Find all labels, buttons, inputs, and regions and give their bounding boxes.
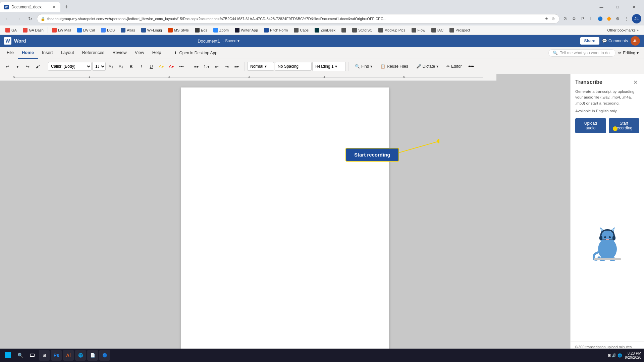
other-bookmarks[interactable]: Other bookmarks » — [604, 27, 641, 33]
bookmark-atlas[interactable]: Atlas — [118, 27, 138, 33]
taskbar-app-6[interactable]: 🔵 — [99, 350, 110, 361]
more-font-button[interactable]: ••• — [177, 62, 186, 71]
increase-indent-button[interactable]: ⇥ — [222, 62, 231, 71]
bookmark-pitch-form[interactable]: Pitch Form — [261, 27, 290, 33]
style-no-spacing-dropdown[interactable]: No Spacing — [275, 62, 312, 71]
user-profile[interactable]: JL — [631, 36, 640, 46]
share-button[interactable]: Share — [580, 37, 599, 45]
maximize-button[interactable]: □ — [610, 2, 625, 12]
bookmark-wflogiq[interactable]: WFLogiq — [139, 27, 165, 33]
close-button[interactable]: ✕ — [626, 2, 641, 12]
undo-dropdown[interactable]: ▾ — [13, 62, 22, 71]
alignment-button[interactable]: ≡▾ — [232, 62, 241, 71]
document-page[interactable] — [181, 87, 389, 349]
start-recording-button[interactable]: Start recording — [609, 118, 640, 133]
ext-icon-2[interactable]: ⚙ — [570, 15, 578, 22]
bookmark-icon-caps — [294, 28, 299, 33]
bookmark-zendesk[interactable]: ZenDesk — [312, 27, 338, 33]
style-normal-dropdown[interactable]: Normal ▾ — [247, 62, 274, 71]
taskbar-app-edge[interactable]: 🌐 — [75, 350, 86, 361]
editor-button[interactable]: ✏ Editor — [443, 63, 465, 70]
tab-close-button[interactable]: ✕ — [51, 4, 56, 10]
upload-audio-button[interactable]: Upload audio — [575, 118, 606, 133]
comments-button[interactable]: 💬 Comments — [602, 39, 628, 43]
ext-icon-4[interactable]: L — [588, 15, 595, 22]
bookmark-lw-mail[interactable]: LW Mail — [49, 27, 74, 33]
open-desktop-button[interactable]: ⬆ Open in Desktop App — [170, 49, 220, 57]
extension-icon[interactable]: ⊕ — [550, 16, 556, 21]
start-button[interactable] — [3, 350, 13, 361]
bookmark-iac[interactable]: IAC — [429, 27, 446, 33]
more-options-button[interactable]: ••• — [466, 62, 476, 71]
bookmark-prospect[interactable]: Prospect — [447, 27, 473, 33]
reload-button[interactable]: ↻ — [25, 14, 35, 23]
browser-tab[interactable]: W Document1.docx ✕ — [0, 2, 60, 12]
tab-review[interactable]: Review — [108, 47, 131, 59]
reuse-files-button[interactable]: 📋 Reuse Files — [377, 63, 411, 70]
task-view-button[interactable] — [27, 350, 38, 361]
tab-help[interactable]: Help — [148, 47, 165, 59]
forward-button[interactable]: → — [14, 14, 23, 23]
url-bar[interactable]: 🔒 theaboutgroup-my.sharepoint.com/:w:/r/… — [37, 14, 559, 23]
bookmark-ga[interactable]: GA — [3, 27, 19, 33]
font-color-button[interactable]: A▾ — [167, 62, 176, 71]
ribbon-tab-bar: File Home Insert Layout References Revie… — [0, 47, 644, 59]
tab-view[interactable]: View — [131, 47, 148, 59]
taskbar-app-1[interactable]: ⊞ — [39, 350, 50, 361]
document-area[interactable]: 0 1 2 3 4 5 Start recording — [0, 74, 570, 362]
ext-icon-3[interactable]: P — [579, 15, 586, 22]
editing-mode-button[interactable]: ✏ Editing ▾ — [615, 50, 641, 56]
italic-button[interactable]: I — [137, 62, 146, 71]
bookmark-ga-dash[interactable]: GA Dash — [20, 27, 46, 33]
underline-button[interactable]: U — [147, 62, 156, 71]
tab-references[interactable]: References — [78, 47, 108, 59]
tab-layout[interactable]: Layout — [57, 47, 78, 59]
bold-button[interactable]: B — [126, 62, 136, 71]
font-size-selector[interactable]: 11 — [92, 62, 106, 71]
transcribe-buttons: Upload audio Start recording — [571, 118, 644, 137]
bookmark-ms-style[interactable]: MS Style — [165, 27, 192, 33]
bookmark-zoom[interactable]: Zoom — [211, 27, 231, 33]
ribbon-search[interactable]: 🔍 Tell me what you want to do — [548, 49, 615, 57]
new-tab-button[interactable]: + — [62, 2, 71, 12]
settings-button[interactable]: ⋮ — [623, 15, 630, 22]
star-icon[interactable]: ★ — [544, 16, 549, 21]
ext-icon-1[interactable]: G — [561, 15, 569, 22]
find-button[interactable]: 🔍 Find ▾ — [352, 63, 376, 70]
profile-button[interactable]: JL — [632, 14, 641, 23]
decrease-indent-button[interactable]: ⇤ — [212, 62, 221, 71]
bullets-button[interactable]: ≡▾ — [192, 62, 201, 71]
undo-button[interactable]: ↩ — [3, 62, 12, 71]
heading1-dropdown[interactable]: Heading 1 ▾ — [312, 62, 346, 71]
bookmark-writer-app[interactable]: Writer App — [232, 27, 261, 33]
bookmark-thrasio[interactable] — [339, 27, 349, 33]
bookmark-ddb[interactable]: DDB — [98, 27, 117, 33]
bookmark-lw-cal[interactable]: LW Cal — [74, 27, 98, 33]
ext-icon-7[interactable]: ⚙ — [614, 15, 621, 22]
transcribe-close-button[interactable]: ✕ — [631, 78, 639, 86]
taskbar-app-photoshop[interactable]: Ps — [51, 350, 62, 361]
bookmark-eos[interactable]: Eos — [192, 27, 210, 33]
tab-insert[interactable]: Insert — [38, 47, 57, 59]
bookmark-flow[interactable]: Flow — [409, 27, 428, 33]
bookmark-mockup-pics[interactable]: Mockup Pics — [376, 27, 408, 33]
bookmark-sctolsc[interactable]: SCtolSC — [350, 27, 375, 33]
minimize-button[interactable]: — — [594, 2, 609, 12]
taskbar-app-illustrator[interactable]: Ai — [63, 350, 74, 361]
ext-icon-5[interactable]: 🔵 — [596, 15, 604, 22]
increase-font-button[interactable]: A↑ — [106, 62, 116, 71]
search-taskbar-button[interactable]: 🔍 — [15, 350, 25, 361]
font-name-selector[interactable]: Calibri (Body) — [48, 62, 92, 71]
format-painter-button[interactable]: 🖌 — [33, 62, 42, 71]
numbering-button[interactable]: 1.▾ — [202, 62, 211, 71]
back-button[interactable]: ← — [3, 14, 12, 23]
bookmark-caps[interactable]: Caps — [291, 27, 311, 33]
decrease-font-button[interactable]: A↓ — [116, 62, 126, 71]
ext-icon-6[interactable]: 🔶 — [605, 15, 612, 22]
dictate-button[interactable]: 🎤 Dictate ▾ — [413, 63, 442, 70]
taskbar-app-5[interactable]: 📄 — [87, 350, 98, 361]
tab-home[interactable]: Home — [18, 47, 38, 59]
tab-file[interactable]: File — [3, 47, 18, 59]
redo-button[interactable]: ↪ — [23, 62, 32, 71]
highlight-color-button[interactable]: A▾ — [157, 62, 166, 71]
